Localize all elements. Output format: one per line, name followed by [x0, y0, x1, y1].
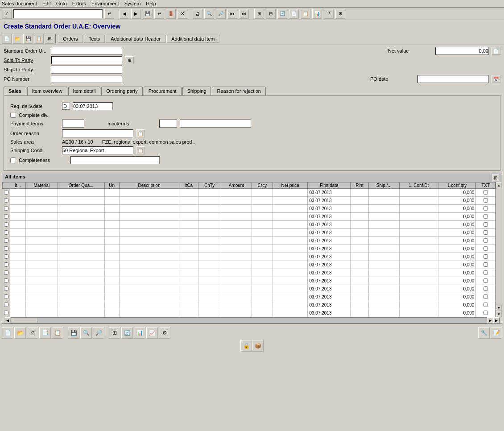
- menu-environment[interactable]: Environment: [91, 1, 119, 6]
- txt-checkbox[interactable]: [483, 238, 488, 243]
- po-number-input[interactable]: [51, 75, 122, 83]
- new-btn[interactable]: 📄: [289, 9, 299, 19]
- txt-checkbox[interactable]: [483, 286, 488, 291]
- net-value-input[interactable]: 0,00: [435, 47, 489, 55]
- req-deliv-date-input[interactable]: 03.07.2013: [73, 102, 113, 110]
- txt-checkbox[interactable]: [483, 294, 488, 299]
- row-checkbox[interactable]: [4, 214, 8, 219]
- menu-edit[interactable]: Edit: [42, 1, 51, 6]
- h-scroll-thumb[interactable]: [11, 318, 37, 323]
- row-checkbox[interactable]: [4, 286, 8, 291]
- bottom-btn-2[interactable]: 📂: [14, 327, 26, 339]
- txt-checkbox[interactable]: [483, 303, 488, 307]
- print-btn[interactable]: 🖨: [193, 9, 202, 19]
- row-checkbox[interactable]: [4, 278, 8, 283]
- bottom-btn-4[interactable]: 📑: [39, 327, 51, 339]
- refresh-btn[interactable]: 🔄: [277, 9, 287, 19]
- back-btn[interactable]: ↩: [154, 9, 164, 19]
- row-checkbox[interactable]: [4, 230, 8, 235]
- layout-btn[interactable]: 📋: [301, 9, 310, 19]
- row-checkbox[interactable]: [4, 222, 8, 227]
- nav-next-btn[interactable]: ▶: [131, 9, 141, 19]
- row-checkbox[interactable]: [4, 294, 8, 299]
- first-btn[interactable]: ⏮: [227, 9, 237, 19]
- menu-system[interactable]: System: [124, 1, 141, 6]
- bottom-btn-10[interactable]: 🔄: [121, 327, 133, 339]
- txt-checkbox[interactable]: [483, 230, 488, 235]
- detail-btn[interactable]: 📊: [312, 9, 322, 19]
- icon-bar-btn1[interactable]: 🔒: [240, 340, 252, 352]
- save2-btn[interactable]: 💾: [23, 34, 33, 44]
- row-checkbox[interactable]: [4, 238, 8, 243]
- row-checkbox[interactable]: [4, 190, 8, 195]
- grid-btn[interactable]: ⊞: [45, 34, 54, 44]
- shipping-cond-icon-btn[interactable]: 📋: [136, 146, 145, 154]
- txt-checkbox[interactable]: [483, 206, 488, 211]
- h-scroll-right-btn[interactable]: ▶: [487, 317, 493, 323]
- txt-checkbox[interactable]: [483, 198, 488, 203]
- sold-to-lookup-btn[interactable]: ⊕: [125, 56, 134, 64]
- menu-goto[interactable]: Goto: [56, 1, 67, 6]
- bottom-btn-13[interactable]: ⚙: [159, 327, 170, 339]
- bottom-btn-1[interactable]: 📄: [2, 327, 13, 339]
- new-doc-btn[interactable]: 📄: [2, 34, 12, 44]
- txt-checkbox[interactable]: [483, 214, 488, 219]
- txt-checkbox[interactable]: [483, 311, 488, 315]
- bottom-btn-5[interactable]: 📋: [52, 327, 63, 339]
- tab-item-overview[interactable]: Item overview: [27, 87, 67, 95]
- texts-tab-btn[interactable]: Texts: [84, 35, 105, 43]
- order-reason-input[interactable]: [62, 129, 133, 137]
- orders-tab-btn[interactable]: Orders: [58, 35, 83, 43]
- collapse-btn[interactable]: ⊟: [266, 9, 276, 19]
- incoterms-input2[interactable]: [180, 120, 251, 128]
- txt-checkbox[interactable]: [483, 262, 488, 267]
- help-btn[interactable]: ?: [324, 9, 334, 19]
- bottom-btn-11[interactable]: 📊: [134, 327, 145, 339]
- txt-checkbox[interactable]: [483, 278, 488, 283]
- row-checkbox[interactable]: [4, 246, 8, 251]
- find-next-btn[interactable]: 🔎: [216, 9, 226, 19]
- exit-btn[interactable]: 🚪: [166, 9, 176, 19]
- additional-item-btn[interactable]: Additional data Item: [166, 35, 219, 43]
- icon-bar-btn2[interactable]: 📦: [252, 340, 264, 352]
- bottom-btn-9[interactable]: ⊞: [109, 327, 120, 339]
- additional-header-btn[interactable]: Additional data Header: [106, 35, 165, 43]
- tab-reason-rejection[interactable]: Reason for rejection: [212, 87, 265, 95]
- txt-checkbox[interactable]: [483, 270, 488, 275]
- incoterms-input1[interactable]: [159, 120, 177, 128]
- row-checkbox[interactable]: [4, 198, 8, 203]
- completeness-checkbox[interactable]: [10, 157, 16, 163]
- clipboard-btn[interactable]: 📋: [34, 34, 44, 44]
- h-scroll-right2-btn[interactable]: ▶: [493, 317, 500, 323]
- txt-checkbox[interactable]: [483, 246, 488, 251]
- scroll-down-btn[interactable]: ▼: [496, 305, 502, 311]
- row-checkbox[interactable]: [4, 311, 8, 315]
- tab-item-detail[interactable]: Item detail: [68, 87, 101, 95]
- txt-checkbox[interactable]: [483, 254, 488, 259]
- row-checkbox[interactable]: [4, 254, 8, 259]
- tab-sales[interactable]: Sales: [4, 87, 26, 95]
- shipping-cond-input[interactable]: 50 Regional Export: [62, 146, 133, 154]
- net-value-icon-btn[interactable]: 📄: [492, 47, 500, 55]
- menu-extras[interactable]: Extras: [72, 1, 86, 6]
- menu-sales-document[interactable]: Sales document: [2, 1, 37, 6]
- command-field[interactable]: [13, 9, 103, 18]
- scroll-down2-btn[interactable]: ▼: [496, 311, 502, 317]
- enter-btn[interactable]: ↵: [104, 9, 114, 19]
- bottom-btn-8[interactable]: 🔎: [93, 327, 104, 339]
- completeness-input[interactable]: [70, 156, 160, 164]
- row-checkbox[interactable]: [4, 303, 8, 307]
- h-scroll-left-btn[interactable]: ◀: [4, 317, 11, 323]
- menu-help[interactable]: Help: [146, 1, 156, 6]
- sold-to-party-input[interactable]: [51, 56, 122, 64]
- po-date-icon-btn[interactable]: 📅: [492, 75, 500, 83]
- green-check-btn[interactable]: ✓: [2, 9, 12, 19]
- tab-shipping[interactable]: Shipping: [182, 87, 211, 95]
- bottom-btn-3[interactable]: 🖨: [27, 327, 38, 339]
- po-date-input[interactable]: [417, 75, 489, 83]
- bottom-btn-15[interactable]: 📝: [491, 327, 502, 339]
- settings-btn[interactable]: ⚙: [335, 9, 345, 19]
- open-btn[interactable]: 📂: [12, 34, 22, 44]
- ship-to-party-input[interactable]: [51, 66, 122, 74]
- nav-prev-btn[interactable]: ◀: [120, 9, 129, 19]
